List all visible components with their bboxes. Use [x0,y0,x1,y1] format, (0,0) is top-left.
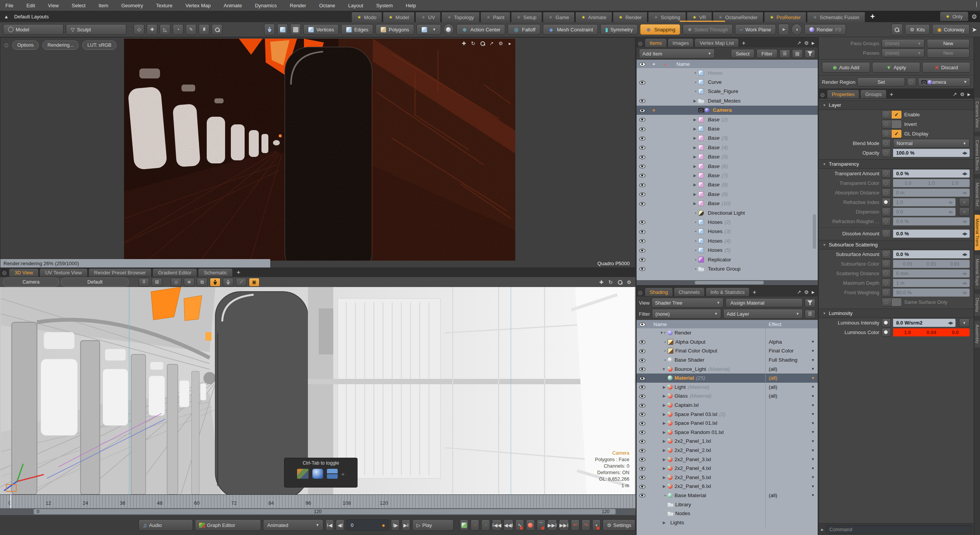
visibility-eye-icon[interactable] [639,126,645,132]
layout-tab[interactable]: ★ Setup [511,12,542,22]
expander-icon[interactable]: ▪ [656,358,666,362]
filter-funnel-icon[interactable] [805,49,815,58]
star-icon[interactable]: ★ [421,15,425,20]
sphere-tool-icon[interactable]: ◑ [791,24,802,35]
item-row[interactable]: + ▪ ⚙ Replicator [637,255,818,264]
item-row[interactable]: + ▪ ⚙ Directional Light [637,208,818,217]
same-surface-checkbox[interactable]: ✓ [882,298,902,307]
anim-snapshot-icon[interactable] [460,519,469,531]
front-weighting-radio[interactable] [882,288,891,297]
star-icon[interactable]: ★ [486,15,490,20]
expander-icon[interactable]: ▶ [656,448,666,452]
cube-tool-icon[interactable]: ◇ [134,24,144,35]
filter-button[interactable]: Filter [756,49,777,58]
new-layout-tab-button[interactable]: + [871,12,875,21]
effect-value[interactable]: (all) [769,493,777,498]
viewport-tabs-collapse-icon[interactable] [2,271,7,275]
side-tab[interactable]: Material Rays [975,255,980,289]
audio-button[interactable]: ♫Audio [139,519,193,531]
transparency-section-header[interactable]: Transparency [829,161,859,167]
copy-view-icon[interactable]: ⧉ [197,278,207,287]
luminous-color-field[interactable]: 1.00.040.0 [893,328,970,336]
star-icon[interactable]: ★ [719,15,723,20]
dispersion-radio[interactable] [882,207,891,216]
shader-row[interactable]: ▶ Space Panel 01.lxl ▼ [637,419,818,428]
go-to-start-button[interactable]: Ⅰ◀ [325,519,334,531]
visibility-eye-icon[interactable] [639,375,645,381]
animation-mode-dropdown[interactable]: Animated▼ [263,519,323,531]
expander-icon[interactable]: ▶ [686,183,696,187]
items-hscrollbar[interactable] [637,280,818,285]
panel-arrow-icon[interactable]: ▶ [812,290,815,294]
menu-item[interactable]: Layout [348,3,363,8]
expander-icon[interactable]: ▪ [686,220,696,224]
absorption-field[interactable]: 0 m◀▶ [893,189,970,197]
popup-cubes-icon[interactable] [327,469,338,479]
visibility-eye-icon[interactable] [639,266,645,272]
side-tab[interactable]: Assembly [975,321,980,347]
side-tab[interactable]: Display [975,294,980,316]
transparent-color-field[interactable]: 1.01.01.0 [893,179,970,187]
layer-section-header[interactable]: Layer [829,102,841,108]
menu-item[interactable]: Geometry [121,3,143,8]
kits-button[interactable]: ⚙Kits [905,24,930,35]
menu-item[interactable]: Vertex Map [185,3,211,8]
expander-icon[interactable]: ▪ [686,248,696,252]
orbit-icon[interactable]: ↻ [607,279,614,285]
camera-radio[interactable] [907,78,916,86]
effect-dropdown-icon[interactable]: ▼ [811,403,815,407]
expander-icon[interactable]: ▶ [656,394,666,398]
item-mode-dropdown[interactable]: ▼ [416,24,441,35]
expander-icon[interactable]: ▶ [656,430,666,434]
item-row[interactable]: + ▪ ⚙ Curve [637,77,818,86]
work-plane-button[interactable]: ⌐Work Plane [735,24,776,35]
item-row[interactable]: + ▪ ⚙ Hoses (4) [637,236,818,245]
edges-mode-button[interactable]: Edges [341,24,373,35]
side-tab[interactable]: Material Trans [975,215,980,250]
shader-row[interactable]: ▶ Space Panel 03.lxl (2) ▼ [637,409,818,419]
expand-icon[interactable]: ↗ [797,40,801,46]
panel-arrow-icon[interactable]: ▶ [967,92,970,96]
layout-tab[interactable]: ★ ProRender [764,12,807,22]
shader-row[interactable]: ▶ 2x2_Panel_4.lxl ▼ [637,464,818,473]
sphere-display-icon[interactable]: ◍ [171,278,181,287]
visibility-eye-icon[interactable] [639,116,645,122]
effect-dropdown-icon[interactable]: ▼ [811,358,815,362]
items-panel-tab[interactable]: Vertex Map List [694,38,739,47]
shield-gray-icon[interactable] [290,24,301,35]
effect-dropdown-icon[interactable]: ▼ [811,376,815,380]
pointer-tool-icon[interactable]: ➤ [778,24,789,35]
add-item-dropdown[interactable]: Add Item▼ [639,49,715,59]
sculpt-tool-icon[interactable]: ✎ [186,24,196,35]
items-mode-icon[interactable] [264,24,275,35]
effect-value[interactable]: (all) [769,366,777,372]
pan-icon[interactable]: ✚ [461,40,467,47]
menu-item[interactable]: System [376,3,393,8]
visibility-eye-icon[interactable] [639,98,645,104]
scattering-field[interactable]: 5 mm◀▶ [893,269,970,277]
layoutbar-gear-icon[interactable]: ⚙ [972,13,977,20]
shader-row[interactable]: ▪ Base Shader Full Shading ▼ [637,356,818,365]
panel-gear-icon[interactable]: ⚙ [804,289,809,295]
visibility-eye-icon[interactable] [639,420,645,426]
jump-key-button[interactable]: ▶▶Ⅰ [547,519,557,531]
effect-dropdown-icon[interactable]: ▼ [811,457,815,461]
item-row[interactable]: + ▪ ⚙ Hoses (5) [637,245,818,254]
expander-icon[interactable]: ▪ [686,108,696,112]
expander-icon[interactable]: ▶ [656,421,666,425]
snapping-button[interactable]: ⊕Snapping [640,24,680,35]
items-panel-tab[interactable]: Images [668,38,694,47]
layout-tab[interactable]: ★ Render [613,12,647,22]
prev-frame-button[interactable]: ◀Ⅰ [336,519,345,531]
playhead[interactable] [10,495,11,509]
view-type-dropdown[interactable]: Camera [3,277,59,287]
dispersion-field[interactable]: 0.0◀▶ [893,208,956,216]
play-button[interactable]: ▷Play [412,519,454,531]
effect-dropdown-icon[interactable]: ▼ [811,412,815,416]
apply-button[interactable]: ▼Apply [872,62,920,73]
layout-tab[interactable]: ★ Topology [441,12,480,22]
layout-tab[interactable]: ★ Modo [351,12,382,22]
render-options-button[interactable]: Options [12,41,39,50]
go-to-end-button[interactable]: ▶Ⅰ [402,519,410,531]
dissolve-field[interactable]: 0.0 %◀▶ [893,230,970,238]
